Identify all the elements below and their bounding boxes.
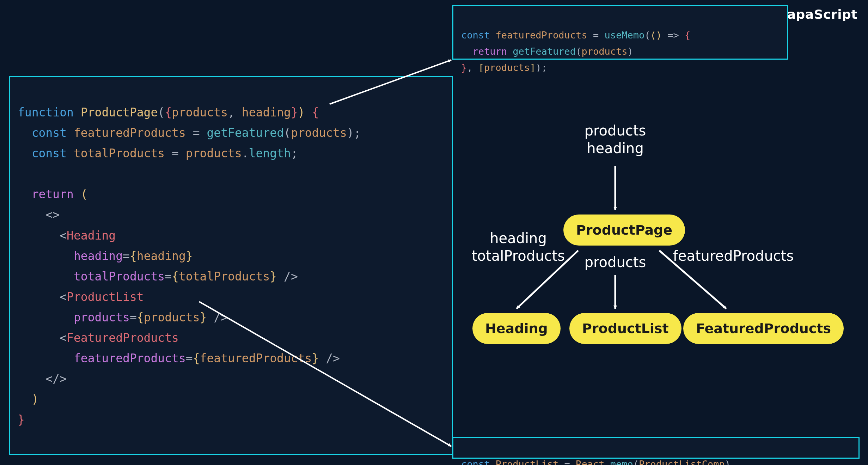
brand-name: tapaScript [781,7,857,22]
node-heading: Heading [472,313,561,344]
tree-props-root: productsheading [561,122,670,157]
code-snippet-reactmemo: const ProductList = React.memo(ProductLi… [452,437,860,459]
node-productlist: ProductList [569,313,681,344]
code-snippet-usememo: const featuredProducts = useMemo(() => {… [452,5,788,60]
tree-props-mid: products [575,253,656,271]
node-featuredproducts: FeaturedProducts [683,313,844,344]
tree-props-left: headingtotalProducts [464,229,573,265]
node-productpage: ProductPage [563,215,685,246]
code-snippet-productpage: function ProductPage({products, heading}… [9,76,453,455]
tree-props-right: featuredProducts [663,247,804,265]
